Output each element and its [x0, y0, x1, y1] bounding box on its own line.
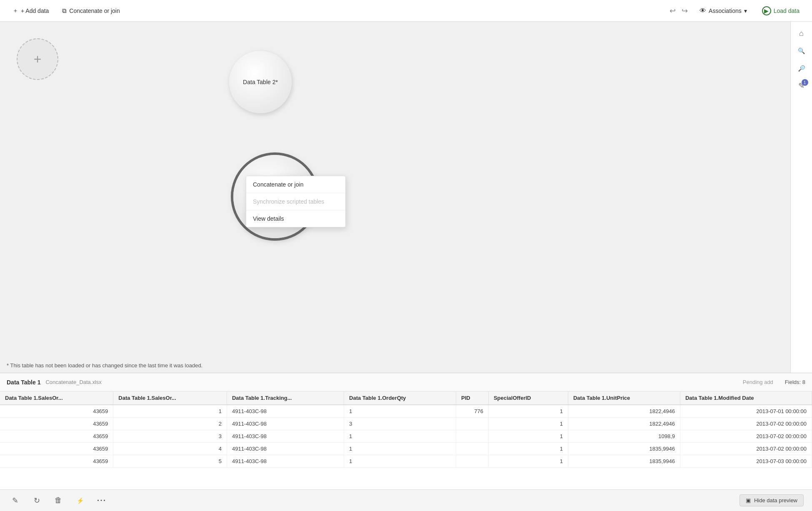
top-toolbar: ＋ + Add data ⧉ Concatenate or join ↩ ↪ 👁… [0, 0, 812, 22]
data-table-container: Data Table 1.SalesOr... Data Table 1.Sal… [0, 391, 812, 489]
add-data-label: + Add data [21, 7, 49, 14]
table-cell-1-5: 1 [488, 418, 568, 430]
context-menu-item-concatenate[interactable]: Concatenate or join [246, 176, 345, 193]
context-menu-item-view-details[interactable]: View details [246, 210, 345, 227]
table-cell-0-6: 1822,4946 [568, 405, 680, 418]
home-icon[interactable]: ⌂ [794, 26, 809, 41]
pencil-filter-icon[interactable]: ✎ 1 [794, 78, 809, 93]
redo-button[interactable]: ↪ [679, 5, 690, 17]
refresh-icon[interactable]: ↻ [30, 494, 43, 507]
table-cell-2-3: 1 [344, 430, 456, 443]
col-header-5: SpecialOfferID [488, 391, 568, 405]
table-row: 4365914911-403C-98177611822,49462013-07-… [0, 405, 812, 418]
table-cell-1-3: 3 [344, 418, 456, 430]
bottom-toolbar-icons: ✎ ↻ 🗑 ⚡ ··· [8, 494, 108, 507]
add-circle-plus-icon: + [34, 52, 42, 67]
concatenate-join-button[interactable]: ⧉ Concatenate or join [56, 5, 125, 17]
table-cell-2-7: 2013-07-02 00:00:00 [680, 430, 812, 443]
table-cell-3-6: 1835,9946 [568, 443, 680, 455]
table-cell-3-2: 4911-403C-98 [227, 443, 344, 455]
canvas-note: * This table has not been loaded or has … [0, 358, 790, 373]
undo-redo-group: ↩ ↪ [667, 5, 690, 17]
eye-icon: 👁 [700, 7, 706, 15]
undo-button[interactable]: ↩ [667, 5, 678, 17]
col-header-3: Data Table 1.OrderQty [344, 391, 456, 405]
table-cell-3-4 [456, 443, 489, 455]
table-cell-2-0: 43659 [0, 430, 113, 443]
more-options-icon[interactable]: ··· [95, 494, 108, 507]
concatenate-join-label: Concatenate or join [69, 7, 120, 14]
table-cell-1-1: 2 [113, 418, 227, 430]
table-row: 4365934911-403C-98111098,92013-07-02 00:… [0, 430, 812, 443]
data-preview-header: Data Table 1 Concatenate_Data.xlsx Pendi… [0, 373, 812, 391]
canvas-note-text: * This table has not been loaded or has … [7, 362, 202, 369]
col-header-6: Data Table 1.UnitPrice [568, 391, 680, 405]
table-cell-1-0: 43659 [0, 418, 113, 430]
table-cell-3-3: 1 [344, 443, 456, 455]
load-data-button[interactable]: ▶ Load data [756, 4, 805, 18]
table-cell-0-4: 776 [456, 405, 489, 418]
data-preview-status: Pending add [743, 379, 773, 385]
canvas-area: + Data Table 2* Data Table 1* Concatenat… [0, 22, 812, 373]
load-data-label: Load data [774, 7, 800, 14]
right-sidebar: ⌂ 🔍 🔍 ✎ 1 [790, 22, 812, 373]
col-header-1: Data Table 1.SalesOr... [113, 391, 227, 405]
table-cell-0-7: 2013-07-01 00:00:00 [680, 405, 812, 418]
edit-icon[interactable]: ✎ [8, 494, 22, 507]
zoom-in-icon[interactable]: 🔍 [794, 43, 809, 58]
load-data-circle-icon: ▶ [762, 6, 771, 15]
table-cell-3-0: 43659 [0, 443, 113, 455]
table-cell-4-4 [456, 455, 489, 468]
badge-count: 1 [802, 79, 808, 86]
plus-icon: ＋ [12, 7, 18, 15]
col-header-2: Data Table 1.Tracking... [227, 391, 344, 405]
table-cell-3-7: 2013-07-02 00:00:00 [680, 443, 812, 455]
table-cell-4-6: 1835,9946 [568, 455, 680, 468]
table-cell-4-3: 1 [344, 455, 456, 468]
hide-data-preview-button[interactable]: ▣ Hide data preview [740, 494, 804, 506]
toolbar-left: ＋ + Add data ⧉ Concatenate or join [7, 5, 126, 17]
table-cell-0-0: 43659 [0, 405, 113, 418]
table-cell-2-1: 3 [113, 430, 227, 443]
data-preview-title: Data Table 1 [7, 379, 40, 386]
zoom-out-icon[interactable]: 🔍 [794, 61, 809, 76]
table-cell-3-5: 1 [488, 443, 568, 455]
hide-preview-label: Hide data preview [754, 497, 797, 504]
add-data-circle[interactable]: + [17, 38, 58, 80]
table-cell-4-0: 43659 [0, 455, 113, 468]
col-header-4: PID [456, 391, 489, 405]
table-cell-2-6: 1098,9 [568, 430, 680, 443]
table-row: 4365954911-403C-98111835,99462013-07-03 … [0, 455, 812, 468]
add-data-button[interactable]: ＋ + Add data [7, 5, 55, 17]
table-cell-0-3: 1 [344, 405, 456, 418]
data-table: Data Table 1.SalesOr... Data Table 1.Sal… [0, 391, 812, 468]
col-header-0: Data Table 1.SalesOr... [0, 391, 113, 405]
join-icon: ⧉ [62, 7, 67, 15]
data-preview-filename: Concatenate_Data.xlsx [45, 379, 101, 385]
table-cell-2-2: 4911-403C-98 [227, 430, 344, 443]
table-cell-1-7: 2013-07-02 00:00:00 [680, 418, 812, 430]
table-cell-4-1: 5 [113, 455, 227, 468]
data-preview-fields: Fields: 8 [785, 379, 805, 385]
toolbar-right: ↩ ↪ 👁 Associations ▾ ▶ Load data [667, 4, 805, 18]
monitor-icon: ▣ [746, 497, 751, 504]
table-cell-4-5: 1 [488, 455, 568, 468]
table-cell-2-5: 1 [488, 430, 568, 443]
data-table-2-node[interactable]: Data Table 2* [229, 51, 292, 113]
table-cell-4-2: 4911-403C-98 [227, 455, 344, 468]
table-cell-0-1: 1 [113, 405, 227, 418]
table-header-row: Data Table 1.SalesOr... Data Table 1.Sal… [0, 391, 812, 405]
filter-icon[interactable]: ⚡ [73, 494, 87, 507]
table-row: 4365924911-403C-98311822,49462013-07-02 … [0, 418, 812, 430]
data-table-2-label: Data Table 2* [243, 79, 278, 85]
associations-button[interactable]: 👁 Associations ▾ [695, 5, 751, 17]
associations-label: Associations [709, 7, 742, 14]
table-cell-1-6: 1822,4946 [568, 418, 680, 430]
table-cell-2-4 [456, 430, 489, 443]
delete-icon[interactable]: 🗑 [52, 494, 65, 507]
table-cell-1-2: 4911-403C-98 [227, 418, 344, 430]
col-header-7: Data Table 1.Modified Date [680, 391, 812, 405]
table-cell-3-1: 4 [113, 443, 227, 455]
chevron-down-icon: ▾ [744, 7, 747, 14]
table-cell-0-5: 1 [488, 405, 568, 418]
